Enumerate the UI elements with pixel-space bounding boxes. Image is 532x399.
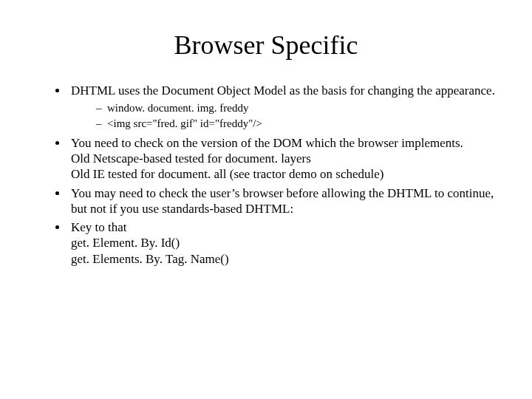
bullet-1: DHTML uses the Document Object Model as … bbox=[68, 83, 502, 131]
bullet-4-line-2: get. Element. By. Id() bbox=[71, 235, 502, 250]
sub-bullet-1-2: <img src="fred. gif" id="freddy"/> bbox=[96, 117, 502, 131]
bullet-4: Key to that get. Element. By. Id() get. … bbox=[68, 219, 502, 267]
slide: Browser Specific DHTML uses the Document… bbox=[0, 0, 532, 399]
bullet-4-line-1: Key to that bbox=[71, 219, 502, 235]
bullet-4-line-3: get. Elements. By. Tag. Name() bbox=[71, 251, 502, 267]
bullet-list: DHTML uses the Document Object Model as … bbox=[30, 83, 502, 267]
bullet-3: You may need to check the user’s browser… bbox=[68, 185, 502, 217]
bullet-2-line-1: You need to check on the version of the … bbox=[71, 135, 502, 151]
bullet-1-text: DHTML uses the Document Object Model as … bbox=[71, 83, 495, 98]
bullet-2-line-2: Old Netscape-based tested for document. … bbox=[71, 151, 502, 166]
sub-bullet-1-1: window. document. img. freddy bbox=[96, 101, 502, 115]
bullet-2-line-3: Old IE tested for document. all (see tra… bbox=[71, 166, 502, 182]
bullet-2: You need to check on the version of the … bbox=[68, 135, 502, 183]
sub-bullet-list-1: window. document. img. freddy <img src="… bbox=[71, 101, 502, 131]
slide-title: Browser Specific bbox=[30, 30, 502, 61]
